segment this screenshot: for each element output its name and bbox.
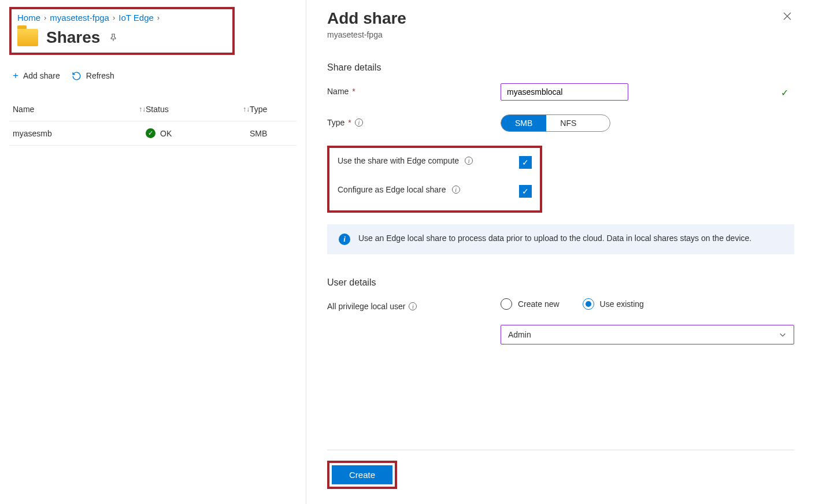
- add-share-label: Add share: [23, 71, 60, 80]
- table-header-row: Name ↑↓ Status ↑↓ Type: [9, 98, 297, 121]
- type-label: Type: [327, 118, 344, 127]
- add-share-panel: Add share myasetest-fpga Share details N…: [306, 0, 815, 504]
- info-icon[interactable]: i: [465, 157, 473, 165]
- info-icon[interactable]: i: [409, 302, 417, 310]
- user-select[interactable]: Admin: [501, 325, 794, 344]
- radio-use-existing[interactable]: Use existing: [583, 298, 644, 310]
- shares-table: Name ↑↓ Status ↑↓ Type myasesmb ✓ OK SMB: [9, 98, 297, 146]
- share-details-heading: Share details: [327, 62, 794, 73]
- required-asterisk: *: [352, 87, 355, 96]
- breadcrumb-device[interactable]: myasetest-fpga: [50, 13, 109, 23]
- plus-icon: +: [13, 70, 18, 81]
- panel-title: Add share: [327, 9, 406, 28]
- validation-check-icon: ✓: [781, 87, 788, 98]
- create-button[interactable]: Create: [332, 465, 392, 484]
- user-select-value: Admin: [508, 330, 531, 339]
- name-label: Name: [327, 87, 349, 96]
- info-icon: i: [339, 234, 350, 245]
- info-icon[interactable]: i: [452, 186, 460, 194]
- user-label: All privilege local user: [327, 302, 405, 311]
- sort-icon[interactable]: ↑↓: [243, 105, 250, 113]
- info-banner-text: Use an Edge local share to process data …: [358, 234, 751, 245]
- folder-icon: [17, 29, 38, 46]
- highlighted-edge-options: Use the share with Edge compute i ✓ Conf…: [327, 146, 542, 213]
- sort-icon[interactable]: ↑↓: [139, 105, 146, 113]
- refresh-button[interactable]: Refresh: [72, 70, 114, 81]
- refresh-label: Refresh: [86, 71, 114, 80]
- radio-create-label: Create new: [518, 299, 560, 309]
- shares-list-pane: Home › myasetest-fpga › IoT Edge › Share…: [0, 0, 306, 504]
- chevron-right-icon: ›: [157, 13, 160, 22]
- share-name-input[interactable]: [501, 83, 628, 101]
- pin-icon[interactable]: [108, 32, 118, 43]
- share-type: SMB: [250, 129, 267, 138]
- highlighted-create-button: Create: [327, 461, 397, 489]
- status-ok-icon: ✓: [146, 128, 155, 138]
- type-nfs-option[interactable]: NFS: [546, 115, 590, 131]
- share-name: myasesmb: [13, 129, 52, 138]
- close-icon[interactable]: [780, 9, 794, 23]
- chevron-right-icon: ›: [113, 13, 115, 22]
- add-share-button[interactable]: + Add share: [13, 70, 60, 81]
- col-status-header[interactable]: Status: [146, 105, 169, 114]
- panel-subtitle: myasetest-fpga: [327, 30, 406, 39]
- use-edge-compute-label: Use the share with Edge compute: [338, 156, 459, 165]
- edge-local-share-label: Configure as Edge local share: [338, 185, 446, 194]
- radio-existing-label: Use existing: [600, 299, 644, 309]
- radio-create-new[interactable]: Create new: [501, 298, 560, 310]
- breadcrumb-feature[interactable]: IoT Edge: [118, 13, 154, 23]
- user-details-heading: User details: [327, 277, 794, 288]
- type-smb-option[interactable]: SMB: [501, 115, 546, 131]
- page-title: Shares: [46, 28, 100, 47]
- chevron-right-icon: ›: [44, 13, 46, 22]
- toolbar: + Add share Refresh: [9, 70, 297, 81]
- type-toggle: SMB NFS: [501, 114, 610, 132]
- info-banner: i Use an Edge local share to process dat…: [327, 224, 794, 254]
- use-edge-compute-checkbox[interactable]: ✓: [519, 156, 532, 169]
- required-asterisk: *: [348, 118, 351, 127]
- col-name-header[interactable]: Name: [13, 105, 34, 114]
- panel-footer: Create: [327, 450, 794, 504]
- share-status: OK: [160, 129, 172, 138]
- col-type-header[interactable]: Type: [250, 105, 267, 114]
- chevron-down-icon: [779, 331, 787, 339]
- breadcrumb: Home › myasetest-fpga › IoT Edge ›: [17, 13, 227, 23]
- info-icon[interactable]: i: [355, 118, 363, 127]
- breadcrumb-home[interactable]: Home: [17, 13, 40, 23]
- table-row[interactable]: myasesmb ✓ OK SMB: [9, 121, 297, 146]
- highlighted-breadcrumb-title: Home › myasetest-fpga › IoT Edge › Share…: [9, 7, 235, 55]
- edge-local-share-checkbox[interactable]: ✓: [519, 185, 532, 198]
- refresh-icon: [72, 71, 82, 81]
